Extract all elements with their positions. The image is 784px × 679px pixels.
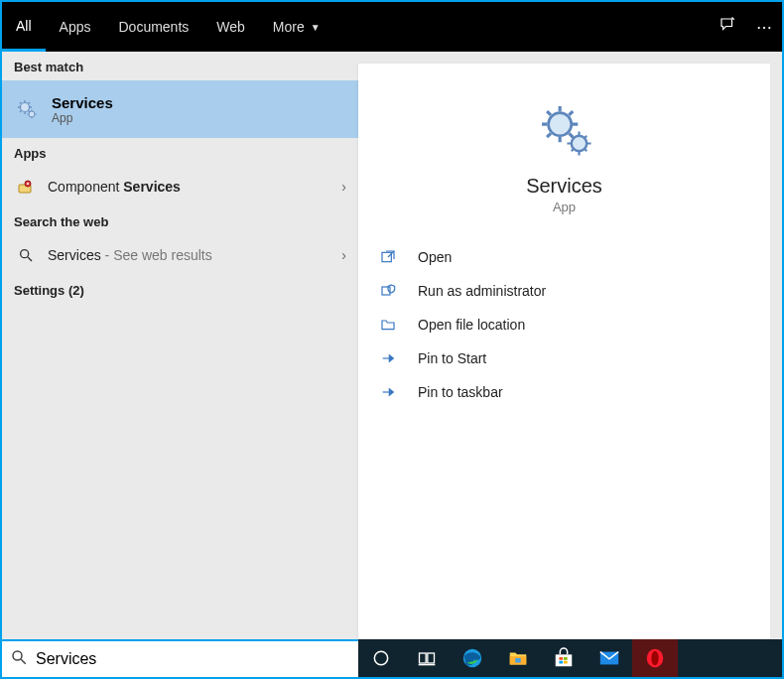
search-tabs-bar: All Apps Documents Web More▼ ⋯: [2, 2, 782, 52]
open-icon: [380, 249, 406, 265]
search-icon: [14, 247, 38, 263]
settings-group[interactable]: Settings (2): [2, 275, 358, 304]
svg-rect-8: [382, 252, 391, 261]
svg-rect-20: [559, 657, 563, 660]
svg-point-12: [374, 651, 387, 664]
services-gear-icon: [14, 96, 40, 122]
tab-documents[interactable]: Documents: [104, 2, 202, 52]
taskbar-cortana[interactable]: [358, 639, 404, 677]
action-pin-to-start[interactable]: Pin to Start: [358, 341, 770, 375]
results-panel: Best match Services App Apps Component S…: [2, 52, 358, 639]
svg-point-1: [29, 111, 35, 117]
taskbar: [2, 639, 782, 677]
tab-web[interactable]: Web: [202, 2, 259, 52]
preview-panel: Services App Open Run as administrator O…: [358, 64, 770, 639]
svg-line-5: [28, 257, 32, 261]
apps-header: Apps: [2, 138, 358, 167]
search-box[interactable]: [2, 639, 358, 677]
best-match-header: Best match: [2, 52, 358, 80]
web-result-label: Services - See web results: [48, 247, 341, 263]
svg-point-0: [21, 103, 30, 112]
svg-point-26: [651, 651, 658, 666]
folder-icon: [380, 317, 406, 333]
best-match-subtitle: App: [52, 111, 113, 125]
services-gear-icon-large: [535, 99, 594, 159]
pin-icon: [380, 384, 406, 400]
action-open-file-location[interactable]: Open file location: [358, 308, 770, 341]
best-match-title: Services: [52, 94, 113, 111]
search-web-header: Search the web: [2, 206, 358, 235]
action-open-label: Open: [418, 249, 452, 265]
preview-subtitle: App: [553, 200, 576, 214]
shield-icon: [380, 283, 406, 299]
search-input[interactable]: [36, 650, 350, 668]
options-icon[interactable]: ⋯: [756, 18, 772, 37]
taskbar-task-view[interactable]: [404, 639, 450, 677]
result-services-app[interactable]: Services App: [2, 80, 358, 138]
svg-point-4: [21, 250, 29, 258]
chevron-right-icon: ›: [341, 179, 346, 195]
svg-rect-13: [420, 653, 427, 663]
action-open-location-label: Open file location: [418, 317, 525, 333]
tab-more[interactable]: More▼: [259, 2, 334, 52]
feedback-icon[interactable]: [719, 16, 736, 38]
svg-rect-18: [515, 658, 521, 663]
action-pin-to-taskbar[interactable]: Pin to taskbar: [358, 375, 770, 409]
action-pin-taskbar-label: Pin to taskbar: [418, 384, 503, 400]
search-icon: [10, 648, 28, 670]
component-services-label: Component Services: [48, 179, 341, 195]
taskbar-file-explorer[interactable]: [495, 639, 541, 677]
svg-rect-19: [556, 654, 573, 666]
component-services-icon: [14, 179, 38, 195]
taskbar-opera[interactable]: [632, 639, 678, 677]
svg-rect-22: [559, 661, 563, 664]
svg-line-11: [21, 659, 26, 664]
taskbar-mail[interactable]: [587, 639, 632, 677]
result-component-services[interactable]: Component Services ›: [2, 167, 358, 206]
svg-point-6: [548, 113, 571, 136]
svg-rect-21: [564, 657, 568, 660]
taskbar-edge[interactable]: [450, 639, 495, 677]
action-open[interactable]: Open: [358, 240, 770, 274]
svg-point-10: [13, 651, 22, 660]
chevron-right-icon: ›: [341, 247, 346, 263]
pin-icon: [380, 350, 406, 366]
action-run-as-admin[interactable]: Run as administrator: [358, 274, 770, 308]
action-run-admin-label: Run as administrator: [418, 283, 546, 299]
svg-rect-23: [564, 661, 568, 664]
tab-apps[interactable]: Apps: [46, 2, 105, 52]
taskbar-store[interactable]: [541, 639, 587, 677]
preview-title: Services: [526, 175, 602, 198]
tab-all[interactable]: All: [2, 2, 46, 52]
svg-rect-14: [428, 653, 435, 663]
action-pin-start-label: Pin to Start: [418, 350, 486, 366]
result-web-services[interactable]: Services - See web results ›: [2, 235, 358, 275]
